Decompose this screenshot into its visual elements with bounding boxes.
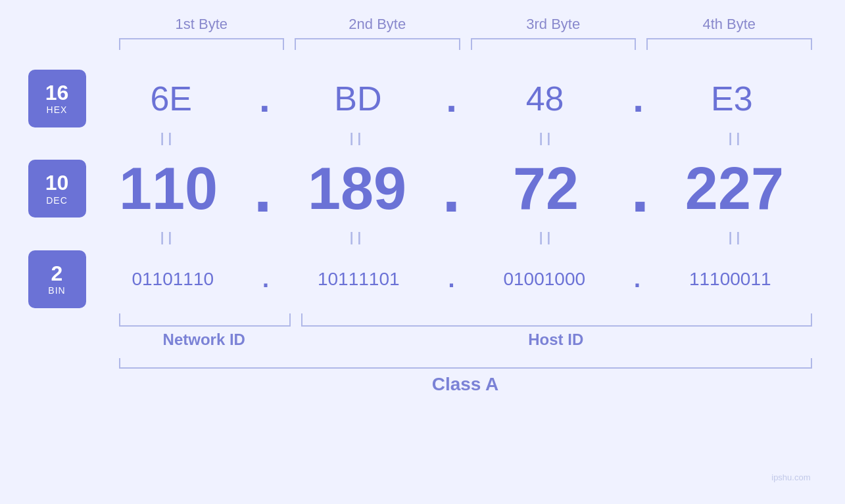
class-label: Class A: [114, 374, 817, 395]
network-host-labels: Network ID Host ID: [28, 331, 817, 349]
byte-header-4: 4th Byte: [641, 16, 817, 38]
bin-dot-2: .: [445, 265, 457, 293]
bracket-3: [471, 38, 637, 50]
eq-row-2: II II II II: [28, 227, 817, 250]
class-bracket: [119, 358, 812, 369]
dec-b4: 227: [652, 155, 817, 223]
eq-2-b3: II: [465, 228, 628, 249]
hex-dot-1: .: [256, 76, 273, 121]
dec-base-label: DEC: [46, 195, 68, 206]
hex-dot-2: .: [443, 76, 460, 121]
eq-2-b2: II: [276, 228, 439, 249]
bin-base-num: 2: [51, 262, 63, 285]
hex-badge: 16 HEX: [28, 70, 86, 127]
bin-b2: 10111101: [272, 269, 445, 290]
main-container: 1st Byte 2nd Byte 3rd Byte 4th Byte 16 H…: [28, 16, 817, 489]
eq-2-b4: II: [654, 228, 817, 249]
byte-header-1: 1st Byte: [114, 16, 290, 38]
class-section: Class A: [28, 358, 817, 395]
dec-b2: 189: [274, 155, 439, 223]
hex-b1: 6E: [86, 79, 257, 118]
hex-b2: BD: [273, 79, 444, 118]
eq-2-b1: II: [86, 228, 249, 249]
bracket-2: [295, 38, 460, 50]
bin-b4: 11100011: [643, 269, 817, 290]
bin-dot-3: .: [631, 265, 643, 293]
hex-base-label: HEX: [47, 104, 68, 115]
hex-base-num: 16: [45, 81, 69, 104]
top-bracket-row: [28, 38, 817, 50]
dec-b1: 110: [86, 155, 251, 223]
bin-values: 01101110 . 10111101 . 01001000 . 1110001…: [86, 265, 817, 293]
dec-dot-3: .: [629, 151, 652, 227]
eq-symbols-2: II II II II: [86, 227, 817, 250]
byte-header-3: 3rd Byte: [466, 16, 642, 38]
byte-headers-row: 1st Byte 2nd Byte 3rd Byte 4th Byte: [28, 16, 817, 38]
byte-header-2: 2nd Byte: [289, 16, 466, 38]
eq-1-b4: II: [654, 129, 817, 150]
bin-dot-1: .: [260, 265, 272, 293]
bin-b1: 01101110: [86, 269, 260, 290]
bracket-1: [119, 38, 285, 50]
host-bracket: [301, 313, 812, 327]
bottom-bracket-row: [28, 313, 817, 327]
dec-badge: 10 DEC: [28, 160, 86, 218]
bin-badge: 2 BIN: [28, 250, 86, 308]
dec-dot-1: .: [251, 151, 275, 227]
dec-values: 110 . 189 . 72 . 227: [86, 151, 817, 227]
dec-b3: 72: [463, 155, 628, 223]
bin-b3: 01001000: [458, 269, 631, 290]
hex-dot-3: .: [630, 76, 646, 121]
dec-row: 10 DEC 110 . 189 . 72 . 227: [28, 151, 817, 227]
eq-1-b2: II: [276, 129, 439, 150]
hex-row: 16 HEX 6E . BD . 48 . E3: [28, 70, 817, 127]
eq-1-b1: II: [86, 129, 249, 150]
hex-b4: E3: [646, 79, 817, 118]
eq-row-1: II II II II: [28, 127, 817, 151]
eq-1-b3: II: [465, 129, 628, 150]
bin-base-label: BIN: [48, 285, 65, 296]
watermark: ipshu.com: [771, 472, 810, 482]
network-bracket: [119, 313, 291, 327]
eq-symbols-1: II II II II: [86, 127, 817, 151]
bin-row: 2 BIN 01101110 . 10111101 . 01001000 . 1…: [28, 250, 817, 308]
host-id-label: Host ID: [300, 331, 812, 349]
bracket-4: [646, 38, 812, 50]
hex-values: 6E . BD . 48 . E3: [86, 76, 817, 121]
dec-base-num: 10: [45, 172, 69, 195]
dec-dot-2: .: [440, 151, 464, 227]
network-id-label: Network ID: [119, 331, 290, 349]
hex-b3: 48: [460, 79, 631, 118]
